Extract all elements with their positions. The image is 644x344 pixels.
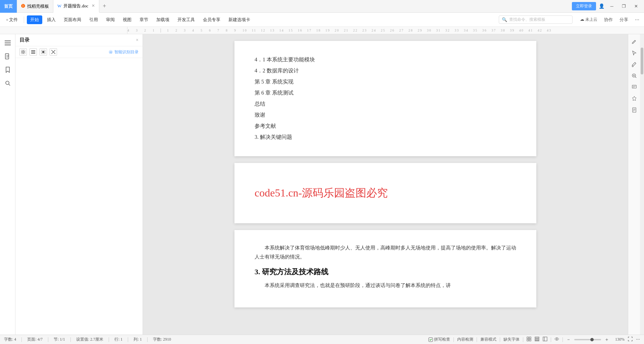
svg-rect-12 xyxy=(23,52,25,54)
svg-rect-38 xyxy=(529,339,531,341)
status-setting: 设置值: 2.7厘米 xyxy=(76,337,103,342)
right-edit-icon[interactable] xyxy=(630,37,639,46)
user-avatar-icon[interactable]: 👤 xyxy=(599,3,604,9)
zoom-in-button[interactable]: ＋ xyxy=(604,337,609,343)
menu-review[interactable]: 审阅 xyxy=(103,15,118,24)
ruler-sidebar-spacer xyxy=(0,27,127,34)
main-layout: 目录 × AI 智能识别目录 4．1 本系 xyxy=(0,34,644,335)
login-button[interactable]: 立即登录 xyxy=(572,2,596,10)
search-box[interactable]: 🔍 查找命令、搜索模板 xyxy=(499,15,573,24)
search-icon: 🔍 xyxy=(502,17,507,22)
content-page: 本系统解决了体育馆场地低峰期时少人、无人使用，高峰期时多人无场地使用，提高了场地… xyxy=(234,230,536,307)
menu-chapter[interactable]: 章节 xyxy=(136,15,152,24)
cloud-sync-icon[interactable]: ☁ 未上云 xyxy=(578,15,599,24)
svg-rect-36 xyxy=(529,337,531,339)
svg-rect-15 xyxy=(31,53,35,54)
svg-rect-39 xyxy=(535,337,539,338)
fullscreen-icon[interactable] xyxy=(628,337,633,343)
right-comment-icon[interactable] xyxy=(630,82,639,92)
template-icon: 🅓 xyxy=(21,4,25,9)
svg-rect-37 xyxy=(527,339,529,341)
svg-text:AI: AI xyxy=(109,51,112,54)
menu-devtools[interactable]: 开发工具 xyxy=(174,15,198,24)
status-page: 页面: 4/7 xyxy=(27,337,43,342)
zoom-level[interactable]: 130% xyxy=(612,337,625,342)
right-icon-bar xyxy=(628,34,640,335)
watermark-text: code51.cn-源码乐园盗图必究 xyxy=(255,186,388,200)
right-cursor-icon[interactable] xyxy=(630,48,639,58)
toc-item-0: 4．1 本系统主要功能模块 xyxy=(255,54,516,65)
svg-line-8 xyxy=(9,84,10,85)
menu-addons[interactable]: 加载项 xyxy=(153,15,173,24)
content-para-1: 本系统解决了体育馆场地低峰期时少人、无人使用，高峰期时多人无场地使用，提高了场地… xyxy=(255,243,516,262)
menu-member[interactable]: 会员专享 xyxy=(200,15,224,24)
svg-rect-13 xyxy=(31,50,35,51)
status-div-11 xyxy=(551,337,551,342)
sidebar-toggle-icon[interactable] xyxy=(2,37,14,49)
status-compatmode[interactable]: 兼容模式 xyxy=(480,337,496,342)
zoom-slider[interactable] xyxy=(574,339,601,340)
svg-point-44 xyxy=(556,338,557,340)
svg-rect-27 xyxy=(632,85,636,88)
menu-start[interactable]: 开始 xyxy=(27,15,42,24)
status-div-9 xyxy=(500,337,500,342)
status-div-1 xyxy=(21,337,22,342)
template-tab-label: 找稻壳模板 xyxy=(27,3,49,9)
collab-button[interactable]: 协作 xyxy=(602,15,615,24)
status-eye-icon[interactable] xyxy=(554,337,559,342)
sidebar-tool-4[interactable] xyxy=(50,48,57,56)
tab-home[interactable]: 首页 xyxy=(0,0,17,13)
doc-area[interactable]: 4．1 本系统主要功能模块 4．2 数据库的设计 第 5 章 系统实现 第 6 … xyxy=(143,34,628,335)
status-div-10 xyxy=(523,337,523,342)
maximize-button[interactable]: ❐ xyxy=(619,2,629,10)
watermark-content: code51.cn-源码乐园盗图必究 xyxy=(234,163,536,223)
status-spellcheck[interactable]: 拼写检查 xyxy=(428,337,450,342)
scrollbar[interactable] xyxy=(640,34,644,335)
sidebar-tool-1[interactable] xyxy=(19,48,27,56)
menu-file[interactable]: ≡ 文件 xyxy=(3,15,21,24)
tab-doc[interactable]: W 开题报告.doc ✕ xyxy=(53,0,99,13)
status-contentcheck[interactable]: 内容检测 xyxy=(457,337,473,342)
minimize-button[interactable]: ─ xyxy=(607,2,616,10)
status-missingfont[interactable]: 缺失字体 xyxy=(503,337,520,342)
status-div-12 xyxy=(562,337,563,342)
file-manager-icon[interactable] xyxy=(2,50,14,62)
sidebar-tool-3[interactable] xyxy=(40,48,47,56)
search-doc-icon[interactable] xyxy=(2,77,14,89)
svg-rect-2 xyxy=(5,45,11,45)
svg-rect-0 xyxy=(5,41,11,41)
zoom-out-button[interactable]: － xyxy=(566,337,571,343)
sidebar-tool-2[interactable] xyxy=(30,48,37,56)
tab-add-button[interactable]: + xyxy=(99,3,109,10)
right-doc-icon[interactable] xyxy=(630,105,639,115)
status-row: 行: 1 xyxy=(114,337,122,342)
status-div-7 xyxy=(453,337,454,342)
right-pin-icon[interactable] xyxy=(630,94,639,103)
home-tab-label: 首页 xyxy=(4,3,13,9)
menu-new-tab[interactable]: 新建选项卡 xyxy=(225,15,254,24)
menu-insert[interactable]: 插入 xyxy=(44,15,59,24)
svg-rect-1 xyxy=(5,43,11,43)
tab-close-icon[interactable]: ✕ xyxy=(92,3,95,8)
ai-recognize-button[interactable]: AI 智能识别目录 xyxy=(108,49,139,55)
status-bar-right: 拼写检查 内容检测 兼容模式 缺失字体 － ＋ 130% ⋯ xyxy=(428,337,640,343)
sidebar-close-button[interactable]: × xyxy=(136,38,139,43)
view-mode-icon-2[interactable] xyxy=(535,337,539,343)
menu-view[interactable]: 视图 xyxy=(119,15,135,24)
more-menu-icon[interactable]: ⋯ xyxy=(633,16,641,24)
doc-tab-label: 开题报告.doc xyxy=(63,3,88,9)
scrollbar-thumb[interactable] xyxy=(641,48,643,74)
menu-page-layout[interactable]: 页面布局 xyxy=(60,15,85,24)
tab-template[interactable]: 🅓 找稻壳模板 xyxy=(17,0,53,13)
close-button[interactable]: ✕ xyxy=(631,2,641,10)
doc-icon: W xyxy=(57,3,61,9)
bookmark-icon[interactable] xyxy=(2,64,14,76)
right-brush-icon[interactable] xyxy=(630,60,639,69)
view-mode-icon-3[interactable] xyxy=(543,337,547,343)
view-mode-icon-1[interactable] xyxy=(527,337,531,343)
menu-reference[interactable]: 引用 xyxy=(86,15,101,24)
more-options-icon[interactable]: ⋯ xyxy=(636,337,640,342)
share-button[interactable]: 分享 xyxy=(618,15,630,24)
right-zoom-icon[interactable] xyxy=(630,71,639,80)
sidebar-toolbar: AI 智能识别目录 xyxy=(15,46,143,58)
